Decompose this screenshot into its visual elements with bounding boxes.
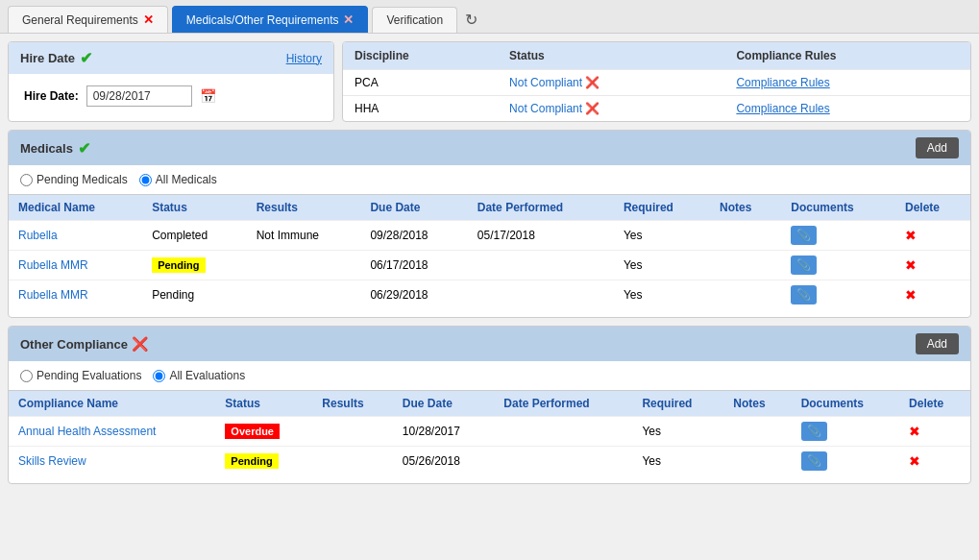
not-compliant-link[interactable]: Not Compliant [509,76,582,89]
other-compliance-card: Other Compliance ❌ Add Pending Evaluatio… [8,326,971,484]
status-badge-overdue: Overdue [225,424,280,439]
delete-icon[interactable]: ✖ [905,287,917,303]
compliance-delete-cell[interactable]: ✖ [899,447,970,476]
medical-delete-cell[interactable]: ✖ [895,221,970,251]
medical-results-cell [247,280,361,310]
medical-required-cell: Yes [614,221,710,251]
compliance-col-header: Results [312,391,392,417]
medicals-col-header: Status [142,195,247,221]
medical-delete-cell[interactable]: ✖ [895,251,970,280]
medical-documents-cell[interactable]: 📎 [781,251,895,280]
compliance-rules-link[interactable]: Compliance Rules [736,76,829,89]
medical-documents-cell[interactable]: 📎 [781,280,895,310]
medicals-table: Medical NameStatusResultsDue DateDate Pe… [9,194,970,309]
hire-date-body: Hire Date: 📅 [9,74,333,118]
compliance-results-cell [312,447,392,476]
attach-icon[interactable]: 📎 [801,451,827,471]
medicals-pending-radio-label[interactable]: Pending Medicals [20,173,128,186]
medicals-col-header: Due Date [360,195,467,221]
evaluations-all-radio-label[interactable]: All Evaluations [153,369,245,382]
evaluations-pending-radio[interactable] [20,370,33,382]
not-compliant-icon: ❌ [585,76,600,89]
medical-name-cell: Rubella MMR [9,280,142,310]
attach-icon[interactable]: 📎 [791,226,817,245]
medicals-add-button[interactable]: Add [916,137,959,158]
attach-icon[interactable]: 📎 [791,285,817,304]
other-compliance-title: Other Compliance [20,337,128,352]
refresh-icon[interactable]: ↻ [465,11,477,29]
other-compliance-table-wrapper: Compliance NameStatusResultsDue DateDate… [9,390,970,483]
disc-status-cell: Not Compliant ❌ [498,96,724,122]
attach-icon[interactable]: 📎 [791,256,817,275]
medicals-title: Medicals [20,141,73,156]
history-link[interactable]: History [286,52,322,65]
medical-date-performed-cell: 05/17/2018 [468,221,614,251]
medicals-pending-radio[interactable] [20,174,33,186]
compliance-row: Annual Health Assessment Overdue 10/28/2… [9,417,970,447]
hire-date-card: Hire Date ✔ History Hire Date: 📅 [8,41,334,122]
status-text: Completed [152,229,208,242]
medicals-col-header: Required [614,195,710,221]
medicals-card: Medicals ✔ Add Pending Medicals All Medi… [8,130,971,318]
tab-general-requirements[interactable]: General Requirements ✕ [8,6,168,33]
other-compliance-header: Other Compliance ❌ Add [9,327,970,361]
medical-date-performed-cell [468,280,614,310]
medical-due-date-cell: 09/28/2018 [360,221,467,251]
medical-date-performed-cell [468,251,614,280]
not-compliant-link[interactable]: Not Compliant [509,102,582,115]
medicals-radio-row: Pending Medicals All Medicals [9,165,970,194]
delete-icon[interactable]: ✖ [905,257,917,273]
compliance-documents-cell[interactable]: 📎 [792,447,899,476]
compliance-col-header: Due Date [393,391,495,417]
evaluations-pending-radio-label[interactable]: Pending Evaluations [20,369,141,382]
compliance-rules-link[interactable]: Compliance Rules [736,102,829,115]
medicals-table-wrapper: Medical NameStatusResultsDue DateDate Pe… [9,194,970,317]
disc-status-cell: Not Compliant ❌ [498,70,724,96]
compliance-delete-cell[interactable]: ✖ [899,417,970,447]
compliance-name-link[interactable]: Skills Review [18,454,86,468]
medicals-all-radio[interactable] [139,174,152,186]
hire-date-input[interactable] [86,85,192,107]
evaluations-all-radio[interactable] [153,370,165,382]
tab-general-close-icon[interactable]: ✕ [143,12,154,27]
medical-name-link[interactable]: Rubella MMR [18,288,88,302]
medical-name-link[interactable]: Rubella MMR [18,258,88,272]
discipline-row: PCA Not Compliant ❌ Compliance Rules [343,70,970,96]
compliance-col-header: Notes [723,391,791,417]
medical-documents-cell[interactable]: 📎 [781,221,895,251]
status-badge-pending: Pending [152,257,205,273]
compliance-name-cell: Annual Health Assessment [9,417,215,447]
disc-col-discipline: Discipline [343,42,498,70]
calendar-icon[interactable]: 📅 [200,88,216,104]
hire-date-field: Hire Date: 📅 [24,85,318,107]
hire-date-header: Hire Date ✔ History [9,42,333,74]
tab-medicals-close-icon[interactable]: ✕ [343,12,354,27]
delete-icon[interactable]: ✖ [905,228,917,243]
attach-icon[interactable]: 📎 [801,422,827,441]
medical-notes-cell [710,280,781,310]
not-compliant-icon: ❌ [585,102,600,115]
medicals-row: Rubella Completed Not Immune 09/28/2018 … [9,221,970,251]
compliance-col-header: Date Performed [494,391,632,417]
medicals-header: Medicals ✔ Add [9,131,970,165]
compliance-results-cell [312,417,392,447]
compliance-required-cell: Yes [632,447,723,476]
medicals-all-radio-label[interactable]: All Medicals [139,173,217,186]
compliance-name-link[interactable]: Annual Health Assessment [18,425,156,438]
medical-delete-cell[interactable]: ✖ [895,280,970,310]
tab-verification-label: Verification [386,13,443,27]
compliance-documents-cell[interactable]: 📎 [792,417,899,447]
tab-verification[interactable]: Verification [372,7,457,33]
delete-icon[interactable]: ✖ [909,453,920,469]
medicals-row: Rubella MMR Pending 06/29/2018 Yes 📎 ✖ [9,280,970,310]
medical-name-cell: Rubella [9,221,142,251]
medical-name-link[interactable]: Rubella [18,229,58,242]
discipline-row: HHA Not Compliant ❌ Compliance Rules [343,96,970,122]
other-compliance-add-button[interactable]: Add [916,333,959,354]
disc-compliance-cell: Compliance Rules [724,70,970,96]
delete-icon[interactable]: ✖ [909,424,920,439]
medicals-col-header: Date Performed [468,195,614,221]
tab-medicals-requirements[interactable]: Medicals/Other Requirements ✕ [172,6,369,33]
tab-bar: General Requirements ✕ Medicals/Other Re… [0,0,979,34]
medical-due-date-cell: 06/17/2018 [360,251,467,280]
